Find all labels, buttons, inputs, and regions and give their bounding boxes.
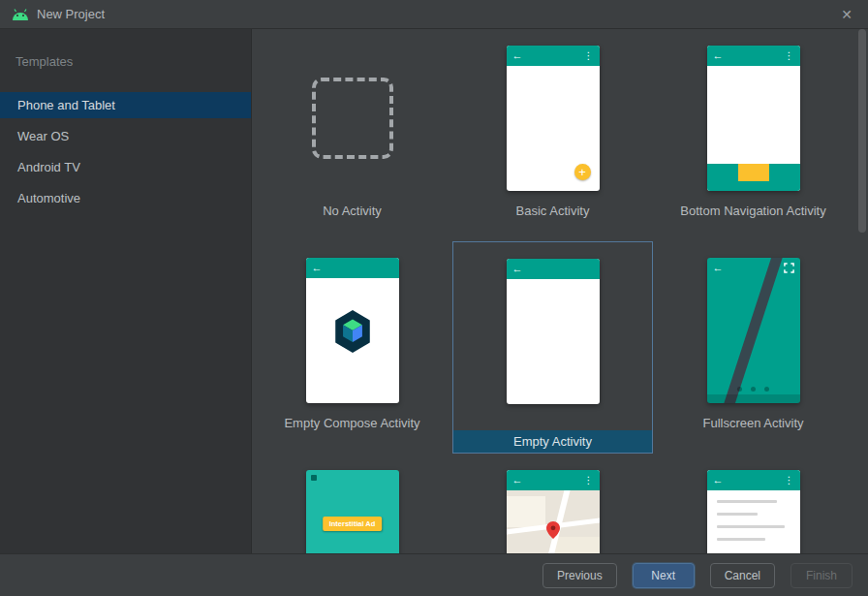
diagonal-stripe (718, 258, 788, 403)
back-arrow-icon: ← (713, 263, 724, 273)
card-preview: ← ⋮ (507, 470, 600, 553)
template-label-bottom-navigation-activity: Bottom Navigation Activity (680, 204, 825, 218)
template-card-no-activity[interactable]: No Activity (252, 29, 452, 241)
back-arrow-icon: ← (512, 50, 523, 61)
template-card-admob-ads-activity[interactable]: Interstitial Ad (252, 454, 452, 553)
back-arrow-icon: ← (512, 475, 523, 486)
template-card-login-activity[interactable]: ← ⋮ (653, 454, 853, 553)
android-logo-icon (12, 9, 29, 20)
template-label-empty-compose-activity: Empty Compose Activity (284, 416, 419, 430)
bottom-shade-bar (707, 394, 800, 403)
app-bar: ← (507, 259, 600, 279)
template-card-empty-compose-activity[interactable]: ← (252, 241, 452, 454)
placeholder-line (717, 525, 785, 528)
template-label-empty-activity: Empty Activity (453, 430, 652, 453)
sidebar-item-wear-os[interactable]: Wear OS (0, 123, 251, 149)
close-icon[interactable]: ✕ (837, 7, 856, 22)
placeholder-line (717, 538, 765, 541)
card-preview: ← (306, 258, 399, 403)
interstitial-ad-button: Interstitial Ad (323, 517, 383, 531)
phone-mockup: ← ⋮ (707, 470, 800, 553)
next-button[interactable]: Next (633, 563, 695, 588)
no-activity-placeholder-icon (312, 78, 393, 159)
templates-sidebar: Templates Phone and Tablet Wear OS Andro… (0, 29, 252, 553)
card-preview: ← ⋮ + (507, 46, 600, 191)
phone-mockup: ← (707, 258, 800, 403)
phone-mockup: ← ⋮ + (507, 46, 600, 191)
fab-plus-icon: + (574, 164, 591, 180)
app-bar: ← (306, 258, 399, 278)
map-block (507, 496, 545, 527)
finish-button[interactable]: Finish (790, 563, 852, 588)
placeholder-line (717, 500, 777, 503)
map-block (555, 537, 600, 553)
back-arrow-icon: ← (512, 264, 523, 274)
map-pin-icon (546, 521, 560, 543)
overflow-menu-icon: ⋮ (584, 51, 594, 61)
status-dot (311, 475, 317, 481)
card-preview: ← ⋮ (707, 46, 800, 191)
template-label-fullscreen-activity: Fullscreen Activity (702, 416, 803, 430)
phone-mockup: ← ⋮ (707, 46, 800, 191)
vertical-scrollbar-thumb[interactable] (858, 29, 866, 233)
new-project-dialog: New Project ✕ Templates Phone and Tablet… (0, 0, 868, 596)
app-bar: ← ⋮ (707, 46, 800, 66)
back-arrow-icon: ← (713, 475, 724, 486)
map-preview (507, 490, 600, 553)
template-grid: No Activity ← ⋮ + Basic Activity (252, 29, 868, 553)
overflow-menu-icon: ⋮ (785, 476, 794, 486)
template-card-google-maps-activity[interactable]: ← ⋮ (452, 454, 653, 553)
nav-segment (707, 164, 738, 181)
back-arrow-icon: ← (312, 263, 323, 273)
dialog-titlebar: New Project ✕ (0, 0, 868, 29)
nav-segment (769, 164, 800, 181)
card-preview: Interstitial Ad (306, 470, 399, 553)
overflow-menu-icon: ⋮ (584, 476, 594, 486)
bottom-nav-bar (707, 164, 800, 191)
card-preview: ← (707, 258, 800, 403)
template-gallery: No Activity ← ⋮ + Basic Activity (252, 29, 868, 553)
sidebar-item-automotive[interactable]: Automotive (0, 185, 251, 211)
fullscreen-expand-icon (784, 263, 794, 273)
sidebar-header: Templates (0, 45, 251, 92)
sidebar-item-android-tv[interactable]: Android TV (0, 154, 251, 180)
page-indicator-dots (707, 387, 800, 392)
phone-mockup: Interstitial Ad (306, 470, 399, 553)
nav-base-bar (707, 181, 800, 191)
dialog-title: New Project (37, 7, 105, 21)
cancel-button[interactable]: Cancel (710, 563, 775, 588)
app-bar: ← ⋮ (507, 470, 600, 490)
back-arrow-icon: ← (713, 50, 724, 61)
dialog-body: Templates Phone and Tablet Wear OS Andro… (0, 29, 868, 553)
app-bar: ← (707, 258, 800, 278)
compose-logo-icon (332, 309, 373, 354)
template-label-basic-activity: Basic Activity (516, 204, 590, 218)
overflow-menu-icon: ⋮ (785, 51, 794, 61)
template-card-empty-activity[interactable]: ← Empty Activity (452, 241, 653, 454)
template-card-bottom-navigation-activity[interactable]: ← ⋮ (653, 29, 853, 241)
nav-segment-selected (738, 164, 769, 181)
card-preview (312, 46, 393, 191)
sidebar-item-phone-and-tablet[interactable]: Phone and Tablet (0, 92, 251, 118)
previous-button[interactable]: Previous (542, 563, 617, 588)
phone-mockup: ← (507, 259, 600, 404)
app-bar: ← ⋮ (507, 46, 600, 66)
template-label-no-activity: No Activity (323, 204, 382, 218)
card-preview: ← ⋮ (707, 470, 800, 553)
template-card-basic-activity[interactable]: ← ⋮ + Basic Activity (452, 29, 653, 241)
phone-mockup: ← (306, 258, 399, 403)
phone-mockup: ← ⋮ (507, 470, 600, 553)
app-bar: ← ⋮ (707, 470, 800, 490)
template-card-fullscreen-activity[interactable]: ← Fullscreen Activity (653, 241, 853, 454)
dialog-footer: Previous Next Cancel Finish (0, 553, 868, 596)
placeholder-line (717, 513, 758, 516)
card-preview: ← (507, 259, 600, 404)
compose-logo-wrap (332, 309, 373, 358)
bottom-nav-segments (707, 164, 800, 181)
